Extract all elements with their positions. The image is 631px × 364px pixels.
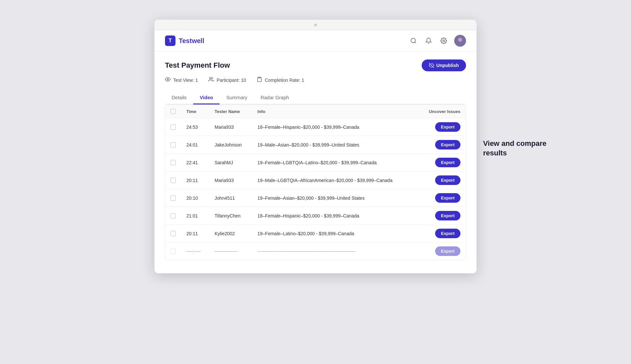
row-tester: TifannyChen (209, 207, 252, 225)
row-checkbox-cell (165, 225, 181, 242)
row-checkbox[interactable] (171, 142, 176, 148)
svg-point-2 (458, 38, 462, 42)
participant-label: Participant: 10 (217, 78, 246, 83)
row-checkbox-cell (165, 242, 181, 260)
table-row: 20:11 Maria933 19–Male–LGBTQIA–AfricanAm… (165, 171, 466, 189)
col-info: Info (252, 105, 418, 118)
row-checkbox[interactable] (171, 125, 176, 130)
row-checkbox[interactable] (171, 195, 176, 201)
row-time: 24:01 (181, 136, 209, 154)
svg-point-1 (443, 40, 445, 42)
unpublish-label: Unpublish (436, 63, 459, 68)
col-tester: Tester Name (209, 105, 252, 118)
row-tester: Maria933 (209, 118, 252, 136)
table-row: ──:── ─────── ──────────────────────────… (165, 242, 466, 260)
row-checkbox[interactable] (171, 249, 176, 254)
row-info: 19–Male–LGBTQIA–AfricanAmerican–$20,000 … (252, 171, 418, 189)
export-button[interactable]: Export (435, 193, 460, 203)
row-export-cell: Export (418, 225, 466, 242)
table-row: 24:01 JakeJohnson 19–Male–Asian–$20,000 … (165, 136, 466, 154)
eye-icon (165, 77, 171, 83)
table-header-row: Time Tester Name Info Uncover Issues (165, 105, 466, 118)
avatar[interactable] (454, 35, 466, 47)
stats-row: Test View: 1 Participant: 10 Completion … (165, 77, 466, 83)
row-export-cell: Export (418, 154, 466, 171)
row-info: 18–Female–Hispanic–$20,000 - $39,999–Can… (252, 118, 418, 136)
bell-icon[interactable] (424, 36, 433, 45)
row-checkbox-cell (165, 118, 181, 136)
search-icon[interactable] (409, 36, 418, 45)
browser-chrome (154, 20, 477, 30)
col-checkbox (165, 105, 181, 118)
export-button[interactable]: Export (435, 158, 460, 167)
stat-participant: Participant: 10 (208, 77, 246, 83)
row-info: 19–Male–Asian–$20,000 - $39,999–United S… (252, 136, 418, 154)
col-time: Time (181, 105, 209, 118)
row-checkbox-cell (165, 189, 181, 207)
row-export-cell: Export (418, 189, 466, 207)
header-checkbox[interactable] (171, 109, 176, 114)
stat-completion: Completion Rate: 1 (257, 77, 304, 83)
tab-radar-graph[interactable]: Radar Graph (254, 91, 296, 104)
table-row: 21:01 TifannyChen 18–Female–Hispanic–$20… (165, 207, 466, 225)
svg-point-0 (411, 38, 415, 43)
browser-indicator (314, 24, 317, 26)
row-info: 19–Female–LGBTQIA–Latino–$20,000 - $39,9… (252, 154, 418, 171)
svg-point-3 (457, 42, 463, 45)
app-header: T Testwell (154, 30, 477, 52)
users-icon (208, 77, 214, 83)
export-button[interactable]: Export (435, 175, 460, 185)
row-checkbox-cell (165, 171, 181, 189)
export-button[interactable]: Export (435, 211, 460, 220)
row-time: 21:01 (181, 207, 209, 225)
export-button[interactable]: Export (435, 229, 460, 238)
logo: T Testwell (165, 35, 204, 46)
browser-window: T Testwell (154, 20, 477, 273)
row-checkbox[interactable] (171, 213, 176, 218)
row-time: 20:11 (181, 171, 209, 189)
header-actions (409, 35, 466, 47)
unpublish-button[interactable]: Unpublish (422, 59, 466, 71)
row-time: 20:11 (181, 225, 209, 242)
row-info: 19–Female–Asian–$20,000 - $39,999–United… (252, 189, 418, 207)
svg-point-6 (210, 77, 212, 79)
row-checkbox-cell (165, 136, 181, 154)
tab-video[interactable]: Video (193, 91, 220, 104)
row-info: 19–Female–Latino–$20,000 - $39,999–Canad… (252, 225, 418, 242)
row-tester: SarahMJ (209, 154, 252, 171)
page-title: Test Payment Flow (165, 61, 230, 70)
table-row: 22:41 SarahMJ 19–Female–LGBTQIA–Latino–$… (165, 154, 466, 171)
row-checkbox[interactable] (171, 160, 176, 165)
table-row: 24:53 Maria933 18–Female–Hispanic–$20,00… (165, 118, 466, 136)
col-issues: Uncover Issues (418, 105, 466, 118)
table-row: 20:10 John4511 19–Female–Asian–$20,000 -… (165, 189, 466, 207)
tabs: Details Video Summary Radar Graph (165, 91, 466, 104)
logo-icon: T (165, 35, 175, 46)
row-checkbox-cell (165, 154, 181, 171)
test-view-label: Test View: 1 (173, 78, 198, 83)
export-button[interactable]: Export (435, 246, 460, 256)
svg-point-5 (167, 79, 168, 80)
tab-summary[interactable]: Summary (220, 91, 254, 104)
row-time: 24:53 (181, 118, 209, 136)
row-checkbox[interactable] (171, 178, 176, 183)
row-checkbox[interactable] (171, 231, 176, 236)
app-name: Testwell (179, 37, 204, 45)
data-table: Time Tester Name Info Uncover Issues 24:… (165, 104, 466, 260)
stat-test-view: Test View: 1 (165, 77, 198, 83)
row-info: 18–Female–Hispanic–$20,000 - $39,999–Can… (252, 207, 418, 225)
row-tester: Kylie2002 (209, 225, 252, 242)
row-checkbox-cell (165, 207, 181, 225)
row-info: ────────────────────────────── (252, 242, 418, 260)
row-export-cell: Export (418, 136, 466, 154)
export-button[interactable]: Export (435, 122, 460, 132)
row-export-cell: Export (418, 171, 466, 189)
tab-details[interactable]: Details (165, 91, 193, 104)
row-tester: John4511 (209, 189, 252, 207)
settings-icon[interactable] (439, 36, 448, 45)
svg-rect-7 (258, 77, 260, 78)
table-row: 20:11 Kylie2002 19–Female–Latino–$20,000… (165, 225, 466, 242)
export-button[interactable]: Export (435, 140, 460, 149)
row-tester: ─────── (209, 242, 252, 260)
row-time: ──:── (181, 242, 209, 260)
